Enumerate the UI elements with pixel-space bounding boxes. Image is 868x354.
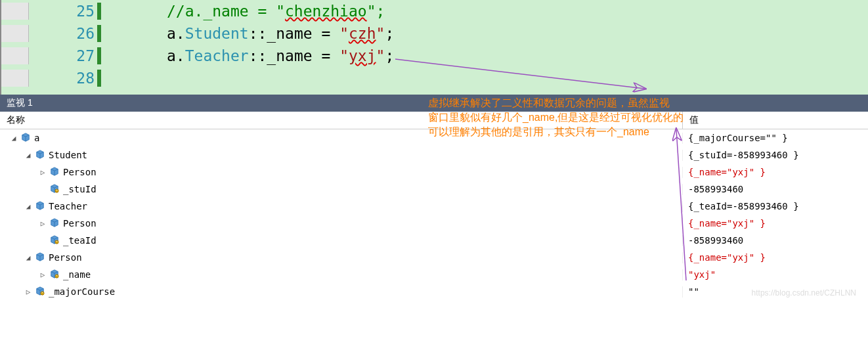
line-number: 26 (1, 25, 101, 42)
var-name: Person (63, 218, 97, 229)
code-text: //a._name = "chenzhiao"; (101, 3, 385, 20)
var-value: {_name="yxj" } (683, 218, 868, 229)
var-name: Person (63, 167, 97, 177)
watch-row[interactable]: ▷Person{_name="yxj" } (0, 215, 868, 232)
watermark: https://blog.csdn.net/CZHLNN (752, 288, 856, 298)
var-value: {_stuId=-858993460 } (683, 150, 868, 160)
watch-body[interactable]: https://blog.csdn.net/CZHLNN ◢a{_majorCo… (0, 129, 868, 300)
field-icon (47, 184, 63, 195)
var-name: _teaId (63, 235, 97, 246)
var-value: -858993460 (683, 184, 868, 194)
var-value: {_name="yxj" } (683, 167, 868, 177)
expander-icon[interactable]: ◢ (24, 151, 33, 160)
expander-icon[interactable]: ◢ (9, 134, 18, 143)
var-name: _stuId (63, 184, 97, 194)
expander-icon[interactable]: ◢ (24, 254, 33, 262)
code-line[interactable]: 28 (1, 67, 868, 89)
line-number: 28 (1, 70, 101, 87)
code-editor[interactable]: 25//a._name = "chenzhiao";26a.Student::_… (0, 0, 868, 95)
expander-icon[interactable]: ▷ (38, 271, 47, 279)
column-value[interactable]: 值 (683, 112, 868, 129)
class-icon (18, 133, 34, 144)
field-icon (33, 286, 49, 298)
watch-row[interactable]: ▷_name"yxj" (0, 266, 868, 283)
class-icon (47, 167, 63, 178)
class-icon (33, 252, 49, 263)
watch-row[interactable]: _teaId-858993460 (0, 232, 868, 249)
expander-icon[interactable]: ▷ (38, 168, 47, 177)
var-name: Person (49, 252, 82, 263)
var-name: a (34, 133, 39, 143)
line-number: 25 (1, 3, 101, 20)
code-text: a.Student::_name = "czh"; (101, 25, 394, 42)
line-number: 27 (1, 47, 101, 64)
var-value: {_teaId=-858993460 } (683, 201, 868, 211)
field-icon (47, 269, 63, 280)
watch-row[interactable]: ▷Person{_name="yxj" } (0, 164, 868, 181)
var-value: {_name="yxj" } (683, 252, 868, 263)
watch-row[interactable]: ◢Person{_name="yxj" } (0, 249, 868, 266)
code-line[interactable]: 27a.Teacher::_name = "yxj"; (1, 45, 868, 67)
expander-icon[interactable]: ◢ (24, 202, 33, 211)
annotation-text: 虚拟继承解决了二义性和数据冗余的问题，虽然监视 窗口里貌似有好几个_name,但… (428, 96, 684, 139)
code-text: a.Teacher::_name = "yxj"; (101, 47, 394, 64)
var-name: Teacher (49, 201, 87, 211)
code-line[interactable]: 26a.Student::_name = "czh"; (1, 22, 868, 45)
expander-icon[interactable]: ▷ (24, 288, 33, 296)
var-value: {_majorCourse="" } (683, 133, 868, 143)
class-icon (47, 218, 63, 229)
watch-row[interactable]: ◢Student{_stuId=-858993460 } (0, 146, 868, 164)
var-value: "yxj" (683, 269, 868, 280)
var-name: _name (63, 269, 91, 280)
code-line[interactable]: 25//a._name = "chenzhiao"; (1, 0, 868, 22)
class-icon (33, 201, 49, 212)
watch-row[interactable]: ◢Teacher{_teaId=-858993460 } (0, 198, 868, 215)
field-icon (47, 235, 63, 246)
var-name: _majorCourse (49, 286, 115, 297)
watch-row[interactable]: ▷_majorCourse"" (0, 283, 868, 300)
watch-row[interactable]: _stuId-858993460 (0, 181, 868, 198)
expander-icon[interactable]: ▷ (38, 219, 47, 228)
var-value: -858993460 (683, 235, 868, 246)
class-icon (33, 150, 49, 161)
var-name: Student (49, 150, 87, 160)
